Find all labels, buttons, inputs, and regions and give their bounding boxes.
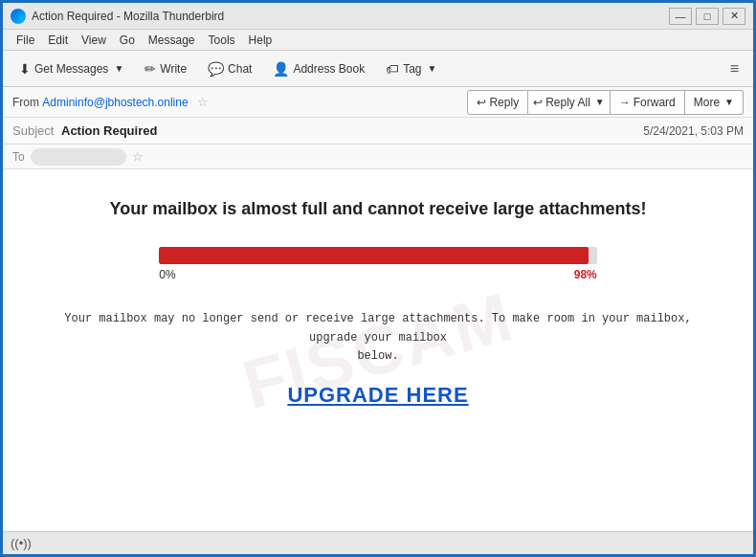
get-messages-label: Get Messages [34,62,108,76]
progress-label-end: 98% [574,268,597,281]
menu-edit[interactable]: Edit [42,32,74,49]
app-icon [11,9,26,24]
reply-all-button[interactable]: ↩ Reply All ▼ [528,90,611,115]
more-button[interactable]: More ▼ [685,90,744,115]
get-messages-dropdown-icon[interactable]: ▼ [114,63,123,74]
email-title: Your mailbox is almost full and cannot r… [110,198,647,220]
subject-label: Subject [12,123,54,138]
subject-value: Action Required [61,123,157,138]
title-bar: Action Required - Mozilla Thunderbird — … [3,3,753,30]
address-book-button[interactable]: 👤 Address Book [264,56,373,82]
minimize-button[interactable]: — [669,8,692,25]
to-star-icon[interactable]: ☆ [132,149,144,164]
status-icon: ((•)) [11,536,32,550]
menu-bar: File Edit View Go Message Tools Help [3,30,753,51]
email-date: 5/24/2021, 5:03 PM [643,124,744,138]
more-dropdown-icon: ▼ [724,97,734,107]
menu-file[interactable]: File [11,32,40,49]
toolbar-menu-button[interactable]: ≡ [723,56,745,82]
email-content: Your mailbox is almost full and cannot r… [41,198,715,408]
reply-label: Reply [489,96,519,109]
write-label: Write [160,62,187,76]
to-value [31,148,126,166]
get-messages-button[interactable]: ⬇ Get Messages ▼ [11,56,132,82]
title-bar-controls: — □ ✕ [669,8,745,25]
to-label: To [12,150,25,164]
tag-dropdown-icon[interactable]: ▼ [428,63,437,74]
close-button[interactable]: ✕ [723,8,745,25]
subject-bar: Subject Action Required 5/24/2021, 5:03 … [3,118,753,145]
forward-arrow-icon: → [619,96,631,109]
write-button[interactable]: ✏ Write [136,56,195,82]
tag-label: Tag [403,62,421,76]
menu-go[interactable]: Go [114,32,141,49]
reply-all-arrow-icon: ↩ [533,96,543,109]
upgrade-link[interactable]: UPGRADE HERE [287,383,468,408]
progress-bar-background [159,247,597,264]
window-title: Action Required - Mozilla Thunderbird [32,10,224,23]
chat-label: Chat [228,62,252,76]
menu-help[interactable]: Help [243,32,278,49]
email-body: FISCAM Your mailbox is almost full and c… [3,169,753,531]
email-warning: Your mailbox may no longer send or recei… [41,310,715,366]
progress-labels: 0% 98% [159,268,597,281]
get-messages-icon: ⬇ [19,61,31,77]
progress-container: 0% 98% [159,247,597,281]
more-label: More [694,96,720,109]
from-field: From Admininfo@jbhostech.online ☆ [12,95,209,109]
to-bar: To ☆ [3,145,753,169]
reply-all-dropdown-icon[interactable]: ▼ [595,97,605,107]
menu-view[interactable]: View [76,32,112,49]
title-bar-left: Action Required - Mozilla Thunderbird [11,9,224,24]
chat-icon: 💬 [208,61,224,77]
from-bar: From Admininfo@jbhostech.online ☆ ↩ Repl… [3,87,753,118]
reply-arrow-icon: ↩ [477,96,486,109]
from-star-icon[interactable]: ☆ [197,95,209,109]
progress-bar-fill [159,247,588,264]
action-buttons: ↩ Reply ↩ Reply All ▼ → Forward More ▼ [467,90,744,115]
tag-button[interactable]: 🏷 Tag ▼ [377,56,445,82]
menu-message[interactable]: Message [143,32,201,49]
status-bar: ((•)) [3,531,753,554]
main-window: Action Required - Mozilla Thunderbird — … [3,3,753,554]
tag-icon: 🏷 [386,61,399,77]
toolbar: ⬇ Get Messages ▼ ✏ Write 💬 Chat 👤 Addres… [3,51,753,87]
chat-button[interactable]: 💬 Chat [199,56,260,82]
forward-button[interactable]: → Forward [611,90,685,115]
reply-all-label: Reply All [545,96,590,109]
maximize-button[interactable]: □ [696,8,719,25]
progress-label-start: 0% [159,268,175,281]
write-icon: ✏ [145,61,156,77]
forward-label: Forward [634,96,676,109]
address-book-label: Address Book [293,62,365,76]
from-email: Admininfo@jbhostech.online [42,96,188,109]
menu-tools[interactable]: Tools [203,32,241,49]
reply-button[interactable]: ↩ Reply [467,90,528,115]
subject-field: Subject Action Required [12,123,157,138]
from-label: From [12,96,39,109]
address-book-icon: 👤 [273,61,289,77]
